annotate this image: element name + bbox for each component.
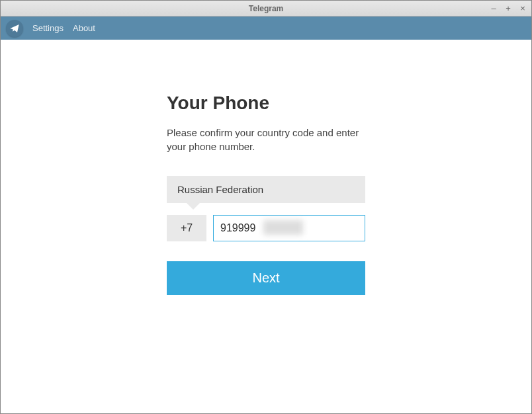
- country-code-value: +7: [181, 222, 193, 234]
- phone-number-input[interactable]: [213, 215, 365, 241]
- country-label: Russian Federation: [177, 184, 263, 195]
- dropdown-pointer-icon: [187, 203, 200, 210]
- phone-input-wrap: [213, 215, 365, 241]
- page-title: Your Phone: [167, 93, 365, 114]
- phone-row: +7: [167, 215, 365, 241]
- maximize-button[interactable]: +: [504, 3, 513, 13]
- menu-settings[interactable]: Settings: [32, 23, 64, 33]
- next-button[interactable]: Next: [167, 261, 365, 295]
- close-button[interactable]: ×: [518, 3, 527, 13]
- country-code-field[interactable]: +7: [167, 215, 206, 241]
- login-form: Your Phone Please confirm your country c…: [167, 93, 365, 413]
- window-title: Telegram: [1, 4, 531, 13]
- telegram-icon: [6, 20, 23, 37]
- next-button-label: Next: [252, 270, 279, 285]
- titlebar[interactable]: Telegram – + ×: [1, 1, 531, 17]
- content-area: Your Phone Please confirm your country c…: [1, 40, 531, 413]
- menu-about[interactable]: About: [73, 23, 95, 33]
- country-select[interactable]: Russian Federation: [167, 176, 365, 203]
- instructions-text: Please confirm your country code and ent…: [167, 126, 365, 153]
- minimize-button[interactable]: –: [489, 3, 498, 13]
- window-controls: – + ×: [489, 1, 527, 16]
- paper-plane-icon: [9, 23, 20, 34]
- menubar: Settings About: [1, 17, 531, 40]
- app-window: Telegram – + × Settings About Your Phone…: [0, 0, 532, 414]
